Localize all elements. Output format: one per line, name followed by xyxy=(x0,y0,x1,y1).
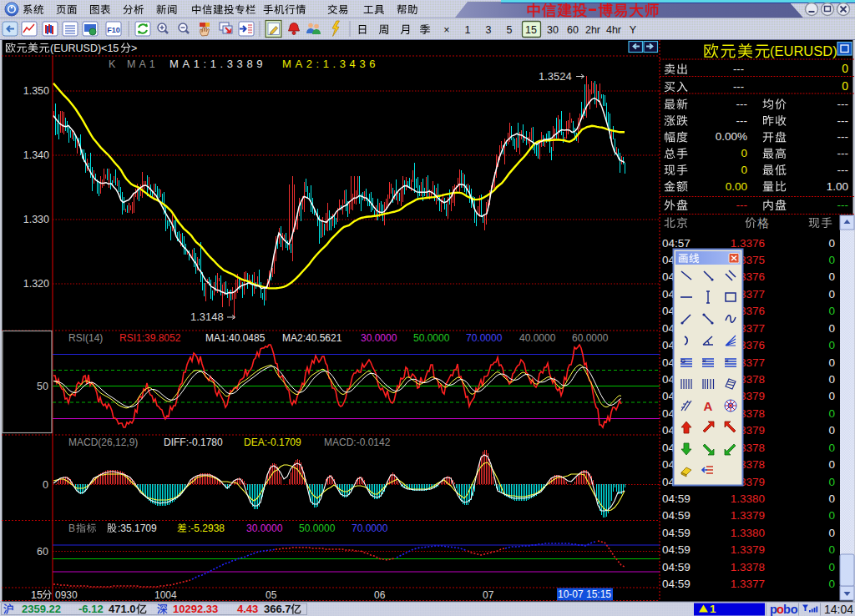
svg-text:07: 07 xyxy=(483,589,494,601)
svg-text:0: 0 xyxy=(828,390,835,402)
svg-text:MACD:-0.0142: MACD:-0.0142 xyxy=(324,437,391,448)
svg-text:70.0000: 70.0000 xyxy=(466,332,503,344)
svg-text:0: 0 xyxy=(828,237,835,250)
svg-text:04:59: 04:59 xyxy=(662,492,691,505)
svg-text:4.43: 4.43 xyxy=(237,603,258,615)
svg-text:1.3380: 1.3380 xyxy=(731,527,765,539)
svg-text:30.0000: 30.0000 xyxy=(361,332,397,344)
svg-text:bo: bo xyxy=(783,603,798,616)
svg-text:0: 0 xyxy=(828,476,835,488)
svg-text:1: 1 xyxy=(710,603,716,615)
svg-text:×: × xyxy=(702,357,706,365)
svg-text:0: 0 xyxy=(828,305,835,317)
svg-text:MA1:40.0485: MA1:40.0485 xyxy=(205,332,266,344)
svg-text:471.0: 471.0 xyxy=(109,603,136,615)
svg-text:14:04: 14:04 xyxy=(824,603,853,616)
svg-text:格: 格 xyxy=(757,216,769,230)
svg-text:×: × xyxy=(725,357,729,365)
svg-text:50: 50 xyxy=(37,381,48,392)
svg-text:1.3378: 1.3378 xyxy=(731,561,765,573)
svg-text:>: > xyxy=(131,43,137,54)
svg-text:1.340: 1.340 xyxy=(23,149,49,161)
svg-text:04:59: 04:59 xyxy=(662,561,691,573)
svg-text:1.330: 1.330 xyxy=(23,214,49,225)
svg-text:---: --- xyxy=(733,80,744,93)
svg-text::35.1709: :35.1709 xyxy=(118,523,157,534)
svg-text:1.3380: 1.3380 xyxy=(731,492,765,505)
svg-text:0: 0 xyxy=(828,492,835,505)
svg-text:1004: 1004 xyxy=(154,589,177,601)
svg-text:×: × xyxy=(443,24,449,36)
svg-text::-5.2938: :-5.2938 xyxy=(188,523,225,534)
svg-text:1.3148: 1.3148 xyxy=(190,311,224,323)
svg-text:06: 06 xyxy=(374,589,386,601)
svg-text:1.3377: 1.3377 xyxy=(731,578,765,590)
svg-text:Y: Y xyxy=(630,24,637,36)
svg-text:MA1:1.3389: MA1:1.3389 xyxy=(169,58,266,70)
svg-text:DEA:-0.1709: DEA:-0.1709 xyxy=(244,437,301,448)
svg-text:10292.33: 10292.33 xyxy=(173,603,218,615)
svg-text:2hr: 2hr xyxy=(585,24,600,36)
svg-text:0.00%: 0.00% xyxy=(716,130,747,143)
svg-text:---: --- xyxy=(837,130,849,143)
svg-text:0: 0 xyxy=(741,147,747,159)
svg-text:0: 0 xyxy=(828,509,835,522)
svg-text:4hr: 4hr xyxy=(606,24,621,36)
svg-text:---: --- xyxy=(837,164,849,176)
svg-text:1.3524: 1.3524 xyxy=(539,70,572,83)
svg-text:04:57: 04:57 xyxy=(662,237,691,250)
svg-text:0: 0 xyxy=(828,339,835,351)
svg-text:15: 15 xyxy=(31,589,43,601)
svg-text:-6.12: -6.12 xyxy=(78,603,104,615)
svg-text:04:59: 04:59 xyxy=(662,509,691,522)
svg-text:2359.22: 2359.22 xyxy=(22,603,61,615)
svg-text:05: 05 xyxy=(266,589,277,601)
svg-text:40.0000: 40.0000 xyxy=(519,332,556,344)
svg-text:(EURUSD)<15: (EURUSD)<15 xyxy=(50,43,119,54)
svg-text:RSI1:39.8052: RSI1:39.8052 xyxy=(119,332,181,344)
svg-text:1.3379: 1.3379 xyxy=(731,543,765,556)
svg-text:50.0000: 50.0000 xyxy=(299,523,336,534)
svg-text:0: 0 xyxy=(828,527,835,539)
svg-text:0: 0 xyxy=(43,479,48,491)
svg-text:0: 0 xyxy=(828,407,835,420)
svg-text:0: 0 xyxy=(828,458,835,471)
svg-text:(EURUSD): (EURUSD) xyxy=(770,43,837,58)
svg-text:---: --- xyxy=(733,63,744,75)
svg-text:---: --- xyxy=(736,98,748,110)
svg-text:0: 0 xyxy=(828,288,835,300)
svg-text:15: 15 xyxy=(525,24,537,36)
svg-text:50.0000: 50.0000 xyxy=(413,332,450,344)
svg-text:1.3379: 1.3379 xyxy=(731,509,765,522)
svg-text:A: A xyxy=(704,399,713,413)
svg-text:DIFF:-0.1780: DIFF:-0.1780 xyxy=(164,437,223,448)
svg-text:0: 0 xyxy=(828,270,835,283)
svg-text:30: 30 xyxy=(547,24,559,36)
svg-text:MA2:1.3436: MA2:1.3436 xyxy=(282,58,379,70)
svg-text:B: B xyxy=(68,523,75,534)
svg-text:0: 0 xyxy=(828,543,835,556)
svg-text:04:59: 04:59 xyxy=(662,527,691,539)
svg-text:0: 0 xyxy=(741,164,747,176)
svg-text:0: 0 xyxy=(828,254,835,266)
svg-text:60: 60 xyxy=(37,546,48,558)
svg-text:F10: F10 xyxy=(107,26,120,34)
svg-text:G: G xyxy=(680,357,686,365)
svg-text:3: 3 xyxy=(486,24,492,36)
svg-text:60: 60 xyxy=(567,24,579,36)
svg-text:0: 0 xyxy=(842,62,848,75)
svg-text:0930: 0930 xyxy=(55,589,78,601)
svg-text:10-07 15:15: 10-07 15:15 xyxy=(558,588,611,600)
svg-text:1.320: 1.320 xyxy=(23,278,49,290)
svg-text:1: 1 xyxy=(465,24,471,36)
svg-text:MA1: MA1 xyxy=(127,58,159,70)
svg-text:RSI(14): RSI(14) xyxy=(68,332,103,344)
svg-text:0.00: 0.00 xyxy=(726,180,747,193)
svg-text:0: 0 xyxy=(828,561,835,573)
svg-text:---: --- xyxy=(837,147,849,159)
svg-text:---: --- xyxy=(837,114,849,127)
svg-text:70.0000: 70.0000 xyxy=(352,523,388,534)
svg-text:0: 0 xyxy=(828,356,835,369)
svg-text:30.0000: 30.0000 xyxy=(246,523,283,534)
svg-text:K: K xyxy=(109,58,116,70)
